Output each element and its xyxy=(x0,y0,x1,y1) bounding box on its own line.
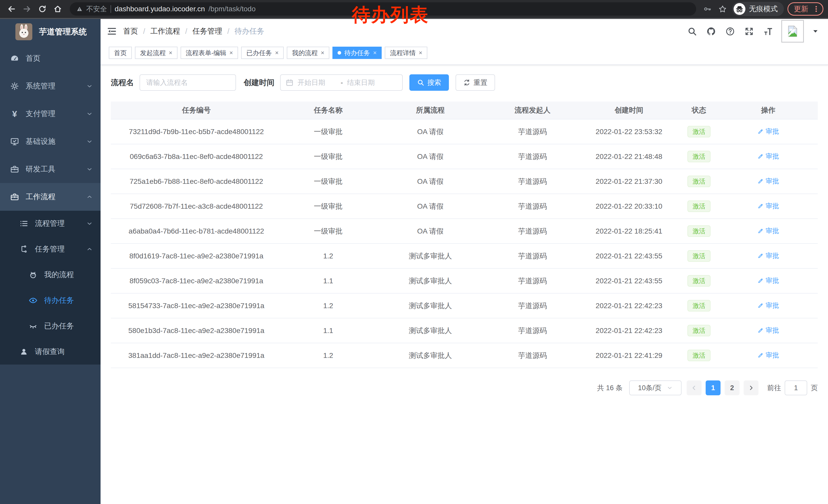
sidebar-item-leave-query[interactable]: 请假查询 xyxy=(0,339,100,365)
approve-link[interactable]: 审批 xyxy=(757,251,779,260)
sidebar-item-system[interactable]: 系统管理 xyxy=(0,72,100,100)
table-row: 725a1eb6-7b88-11ec-8ef0-acde48001122一级审批… xyxy=(111,169,818,194)
sidebar-item-home[interactable]: 首页 xyxy=(0,45,100,72)
sidebar-item-todo-task[interactable]: 待办任务 xyxy=(0,288,100,313)
tab-待办任务[interactable]: 待办任务× xyxy=(332,47,382,59)
page-size-select[interactable]: 10条/页 xyxy=(629,380,681,395)
approve-link[interactable]: 审批 xyxy=(757,201,779,211)
page-button-2[interactable]: 2 xyxy=(724,380,740,395)
status-badge: 激活 xyxy=(688,275,710,287)
avatar-caret-icon[interactable] xyxy=(812,28,819,35)
breadcrumb: 首页/工作流程/任务管理/待办任务 xyxy=(123,26,264,36)
tab-流程详情[interactable]: 流程详情× xyxy=(385,47,427,59)
tab-我的流程[interactable]: 我的流程× xyxy=(287,47,329,59)
breadcrumb-item[interactable]: 首页 xyxy=(123,26,138,36)
browser-update-menu-button[interactable]: 更新 xyxy=(787,2,823,16)
toolbox-icon xyxy=(10,192,19,201)
approve-link[interactable]: 审批 xyxy=(757,152,779,161)
approve-link[interactable]: 审批 xyxy=(757,127,779,136)
sidebar-item-process-mgmt[interactable]: 流程管理 xyxy=(0,211,100,236)
close-icon[interactable]: × xyxy=(229,49,233,56)
sidebar-menu: 首页系统管理¥支付管理基础设施研发工具工作流程流程管理任务管理我的流程待办任务已… xyxy=(0,45,100,365)
approve-link[interactable]: 审批 xyxy=(757,301,779,310)
goto-page-input[interactable] xyxy=(785,380,807,395)
status-cell: 激活 xyxy=(679,176,719,187)
sidebar-item-my-process[interactable]: 我的流程 xyxy=(0,262,100,288)
close-icon[interactable]: × xyxy=(169,49,172,56)
status-cell: 激活 xyxy=(679,151,719,162)
app-logo[interactable]: 芋道管理系统 xyxy=(0,19,100,45)
chevron-down-icon xyxy=(86,138,93,145)
sidebar-item-label: 任务管理 xyxy=(35,244,65,254)
close-icon[interactable]: × xyxy=(321,49,324,56)
next-page-button[interactable] xyxy=(744,380,758,395)
column-header: 流程发起人 xyxy=(486,105,579,115)
close-icon[interactable]: × xyxy=(419,49,422,56)
approve-link[interactable]: 审批 xyxy=(757,351,779,360)
incognito-icon xyxy=(734,3,745,15)
yen-icon: ¥ xyxy=(10,109,19,118)
bookmark-button[interactable] xyxy=(717,3,729,15)
table-cell: 一级审批 xyxy=(282,177,374,186)
pager: 12 xyxy=(687,380,758,395)
github-link-button[interactable] xyxy=(705,26,717,37)
action-cell: 审批 xyxy=(719,127,818,136)
column-header: 状态 xyxy=(679,105,719,115)
approve-link[interactable]: 审批 xyxy=(757,276,779,285)
sidebar-item-workflow[interactable]: 工作流程 xyxy=(0,183,100,211)
page-button-1[interactable]: 1 xyxy=(706,380,720,395)
status-badge: 激活 xyxy=(688,126,710,137)
process-name-input[interactable] xyxy=(139,74,236,91)
browser-reload-button[interactable] xyxy=(35,2,49,16)
breadcrumb-item[interactable]: 任务管理 xyxy=(192,26,222,36)
close-icon[interactable]: × xyxy=(373,49,377,56)
sidebar-item-done-task[interactable]: 已办任务 xyxy=(0,313,100,339)
approve-link[interactable]: 审批 xyxy=(757,226,779,235)
reset-button[interactable]: 重置 xyxy=(456,74,495,91)
column-header: 任务编号 xyxy=(111,105,282,115)
font-size-button[interactable] xyxy=(762,26,774,37)
fullscreen-button[interactable] xyxy=(743,26,755,37)
header-search-button[interactable] xyxy=(687,26,698,37)
start-date-input[interactable] xyxy=(297,79,337,87)
eye-closed-icon xyxy=(29,322,37,330)
sidebar-item-devtools[interactable]: 研发工具 xyxy=(0,155,100,183)
end-date-input[interactable] xyxy=(346,79,386,87)
user-avatar[interactable] xyxy=(781,20,804,43)
table-cell: 2022-01-21 22:42:23 xyxy=(579,302,679,310)
browser-home-button[interactable] xyxy=(51,2,65,16)
password-manager-button[interactable] xyxy=(701,3,713,15)
tab-已办任务[interactable]: 已办任务× xyxy=(241,47,284,59)
tab-发起流程[interactable]: 发起流程× xyxy=(135,47,177,59)
edit-icon xyxy=(757,178,763,184)
sidebar-toggle-button[interactable] xyxy=(104,24,120,39)
table-cell: 一级审批 xyxy=(282,201,374,211)
browser-back-button[interactable] xyxy=(5,2,18,16)
approve-link[interactable]: 审批 xyxy=(757,177,779,186)
incognito-label: 无痕模式 xyxy=(749,4,778,14)
sidebar-item-label: 我的流程 xyxy=(44,270,74,280)
edit-icon xyxy=(757,278,763,284)
sidebar-item-payment[interactable]: ¥支付管理 xyxy=(0,100,100,128)
tab-流程表单-编辑[interactable]: 流程表单-编辑× xyxy=(180,47,238,59)
approve-link[interactable]: 审批 xyxy=(757,326,779,335)
prev-page-button[interactable] xyxy=(687,380,702,395)
breadcrumb-item[interactable]: 工作流程 xyxy=(150,26,180,36)
search-icon xyxy=(417,79,424,86)
tab-首页[interactable]: 首页 xyxy=(109,47,132,59)
table-row: 58154733-7ac8-11ec-a9e2-a2380e71991a1.2测… xyxy=(111,293,818,318)
search-button[interactable]: 搜索 xyxy=(409,74,449,91)
sidebar-item-task-mgmt[interactable]: 任务管理 xyxy=(0,236,100,262)
sidebar-item-infra[interactable]: 基础设施 xyxy=(0,128,100,155)
date-range-picker[interactable]: - xyxy=(280,74,403,91)
approve-label: 审批 xyxy=(766,326,779,335)
table-cell: 2022-01-22 21:37:30 xyxy=(579,177,679,186)
close-icon[interactable]: × xyxy=(275,49,279,56)
table-header-row: 任务编号任务名称所属流程流程发起人创建时间状态操作 xyxy=(111,101,818,120)
address-bar[interactable]: 不安全 dashboard.yudao.iocoder.cn /bpm/task… xyxy=(70,2,696,16)
sidebar-item-label: 首页 xyxy=(26,53,41,63)
browser-forward-button[interactable] xyxy=(20,2,34,16)
sidebar-item-label: 系统管理 xyxy=(26,81,55,91)
edit-icon xyxy=(757,253,763,259)
help-button[interactable] xyxy=(724,26,736,37)
